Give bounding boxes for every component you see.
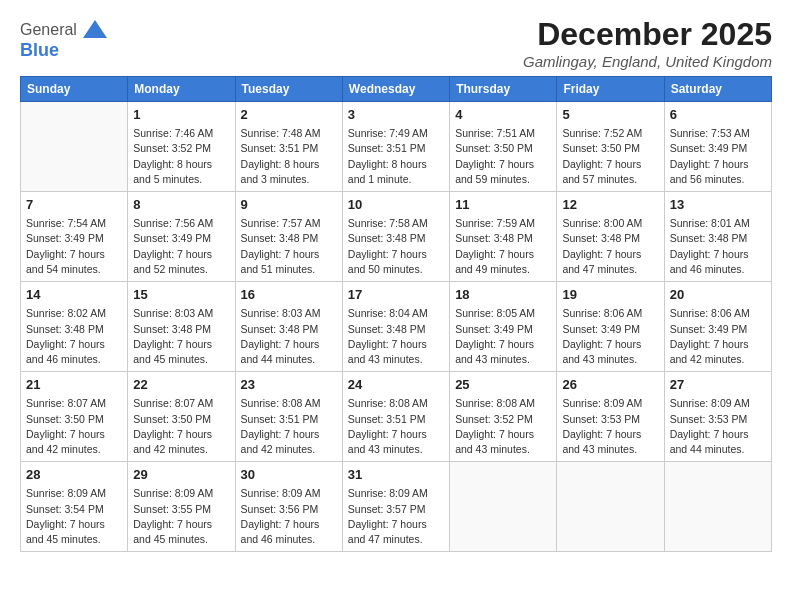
calendar-cell: 21Sunrise: 8:07 AMSunset: 3:50 PMDayligh… [21,372,128,462]
header: General Blue December 2025 Gamlingay, En… [20,16,772,70]
calendar-cell [21,102,128,192]
day-number: 6 [670,106,766,124]
calendar-week-row: 21Sunrise: 8:07 AMSunset: 3:50 PMDayligh… [21,372,772,462]
calendar-cell: 1Sunrise: 7:46 AMSunset: 3:52 PMDaylight… [128,102,235,192]
day-number: 19 [562,286,658,304]
calendar-cell: 25Sunrise: 8:08 AMSunset: 3:52 PMDayligh… [450,372,557,462]
day-info: Sunrise: 8:02 AMSunset: 3:48 PMDaylight:… [26,306,122,367]
calendar-day-header: Monday [128,77,235,102]
calendar-week-row: 14Sunrise: 8:02 AMSunset: 3:48 PMDayligh… [21,282,772,372]
day-number: 15 [133,286,229,304]
logo: General Blue [20,16,109,61]
calendar-table: SundayMondayTuesdayWednesdayThursdayFrid… [20,76,772,552]
calendar-cell: 3Sunrise: 7:49 AMSunset: 3:51 PMDaylight… [342,102,449,192]
calendar-cell: 7Sunrise: 7:54 AMSunset: 3:49 PMDaylight… [21,192,128,282]
day-info: Sunrise: 7:48 AMSunset: 3:51 PMDaylight:… [241,126,337,187]
calendar-cell: 5Sunrise: 7:52 AMSunset: 3:50 PMDaylight… [557,102,664,192]
calendar-cell: 17Sunrise: 8:04 AMSunset: 3:48 PMDayligh… [342,282,449,372]
day-info: Sunrise: 7:51 AMSunset: 3:50 PMDaylight:… [455,126,551,187]
calendar-cell: 11Sunrise: 7:59 AMSunset: 3:48 PMDayligh… [450,192,557,282]
location: Gamlingay, England, United Kingdom [523,53,772,70]
day-number: 18 [455,286,551,304]
calendar-cell: 26Sunrise: 8:09 AMSunset: 3:53 PMDayligh… [557,372,664,462]
day-info: Sunrise: 7:58 AMSunset: 3:48 PMDaylight:… [348,216,444,277]
day-number: 31 [348,466,444,484]
calendar-day-header: Sunday [21,77,128,102]
calendar-cell: 8Sunrise: 7:56 AMSunset: 3:49 PMDaylight… [128,192,235,282]
day-number: 26 [562,376,658,394]
calendar-cell: 28Sunrise: 8:09 AMSunset: 3:54 PMDayligh… [21,462,128,552]
calendar-cell: 30Sunrise: 8:09 AMSunset: 3:56 PMDayligh… [235,462,342,552]
calendar-cell: 15Sunrise: 8:03 AMSunset: 3:48 PMDayligh… [128,282,235,372]
day-number: 11 [455,196,551,214]
calendar-cell: 14Sunrise: 8:02 AMSunset: 3:48 PMDayligh… [21,282,128,372]
day-info: Sunrise: 7:56 AMSunset: 3:49 PMDaylight:… [133,216,229,277]
day-number: 30 [241,466,337,484]
day-number: 12 [562,196,658,214]
calendar-cell [664,462,771,552]
calendar-cell: 19Sunrise: 8:06 AMSunset: 3:49 PMDayligh… [557,282,664,372]
day-number: 20 [670,286,766,304]
day-info: Sunrise: 8:08 AMSunset: 3:52 PMDaylight:… [455,396,551,457]
day-info: Sunrise: 8:07 AMSunset: 3:50 PMDaylight:… [26,396,122,457]
day-info: Sunrise: 8:08 AMSunset: 3:51 PMDaylight:… [348,396,444,457]
day-info: Sunrise: 7:59 AMSunset: 3:48 PMDaylight:… [455,216,551,277]
day-number: 17 [348,286,444,304]
day-info: Sunrise: 8:04 AMSunset: 3:48 PMDaylight:… [348,306,444,367]
calendar-cell: 22Sunrise: 8:07 AMSunset: 3:50 PMDayligh… [128,372,235,462]
day-info: Sunrise: 7:49 AMSunset: 3:51 PMDaylight:… [348,126,444,187]
calendar-cell: 9Sunrise: 7:57 AMSunset: 3:48 PMDaylight… [235,192,342,282]
calendar-day-header: Saturday [664,77,771,102]
day-number: 21 [26,376,122,394]
calendar-header-row: SundayMondayTuesdayWednesdayThursdayFrid… [21,77,772,102]
day-number: 8 [133,196,229,214]
day-info: Sunrise: 8:06 AMSunset: 3:49 PMDaylight:… [562,306,658,367]
calendar-cell: 29Sunrise: 8:09 AMSunset: 3:55 PMDayligh… [128,462,235,552]
day-info: Sunrise: 7:52 AMSunset: 3:50 PMDaylight:… [562,126,658,187]
day-number: 14 [26,286,122,304]
day-number: 22 [133,376,229,394]
calendar-cell: 2Sunrise: 7:48 AMSunset: 3:51 PMDaylight… [235,102,342,192]
day-number: 7 [26,196,122,214]
day-info: Sunrise: 8:09 AMSunset: 3:53 PMDaylight:… [670,396,766,457]
calendar-cell: 6Sunrise: 7:53 AMSunset: 3:49 PMDaylight… [664,102,771,192]
day-number: 27 [670,376,766,394]
page-container: General Blue December 2025 Gamlingay, En… [0,0,792,562]
svg-marker-0 [83,20,107,38]
day-number: 25 [455,376,551,394]
day-number: 1 [133,106,229,124]
day-info: Sunrise: 8:07 AMSunset: 3:50 PMDaylight:… [133,396,229,457]
calendar-day-header: Wednesday [342,77,449,102]
day-info: Sunrise: 8:05 AMSunset: 3:49 PMDaylight:… [455,306,551,367]
day-number: 16 [241,286,337,304]
calendar-day-header: Thursday [450,77,557,102]
day-info: Sunrise: 8:03 AMSunset: 3:48 PMDaylight:… [241,306,337,367]
day-number: 9 [241,196,337,214]
day-info: Sunrise: 8:01 AMSunset: 3:48 PMDaylight:… [670,216,766,277]
calendar-cell [557,462,664,552]
calendar-cell: 13Sunrise: 8:01 AMSunset: 3:48 PMDayligh… [664,192,771,282]
calendar-cell: 10Sunrise: 7:58 AMSunset: 3:48 PMDayligh… [342,192,449,282]
calendar-cell: 23Sunrise: 8:08 AMSunset: 3:51 PMDayligh… [235,372,342,462]
day-info: Sunrise: 7:46 AMSunset: 3:52 PMDaylight:… [133,126,229,187]
day-info: Sunrise: 7:53 AMSunset: 3:49 PMDaylight:… [670,126,766,187]
month-title: December 2025 [523,16,772,53]
calendar-week-row: 28Sunrise: 8:09 AMSunset: 3:54 PMDayligh… [21,462,772,552]
day-number: 4 [455,106,551,124]
calendar-day-header: Tuesday [235,77,342,102]
day-info: Sunrise: 8:06 AMSunset: 3:49 PMDaylight:… [670,306,766,367]
day-info: Sunrise: 7:57 AMSunset: 3:48 PMDaylight:… [241,216,337,277]
day-info: Sunrise: 8:09 AMSunset: 3:54 PMDaylight:… [26,486,122,547]
day-info: Sunrise: 8:09 AMSunset: 3:57 PMDaylight:… [348,486,444,547]
day-number: 2 [241,106,337,124]
logo-icon [81,16,109,44]
calendar-cell: 4Sunrise: 7:51 AMSunset: 3:50 PMDaylight… [450,102,557,192]
day-number: 5 [562,106,658,124]
calendar-cell: 24Sunrise: 8:08 AMSunset: 3:51 PMDayligh… [342,372,449,462]
calendar-cell: 31Sunrise: 8:09 AMSunset: 3:57 PMDayligh… [342,462,449,552]
day-number: 10 [348,196,444,214]
day-info: Sunrise: 8:08 AMSunset: 3:51 PMDaylight:… [241,396,337,457]
day-number: 29 [133,466,229,484]
day-info: Sunrise: 8:09 AMSunset: 3:53 PMDaylight:… [562,396,658,457]
day-number: 24 [348,376,444,394]
